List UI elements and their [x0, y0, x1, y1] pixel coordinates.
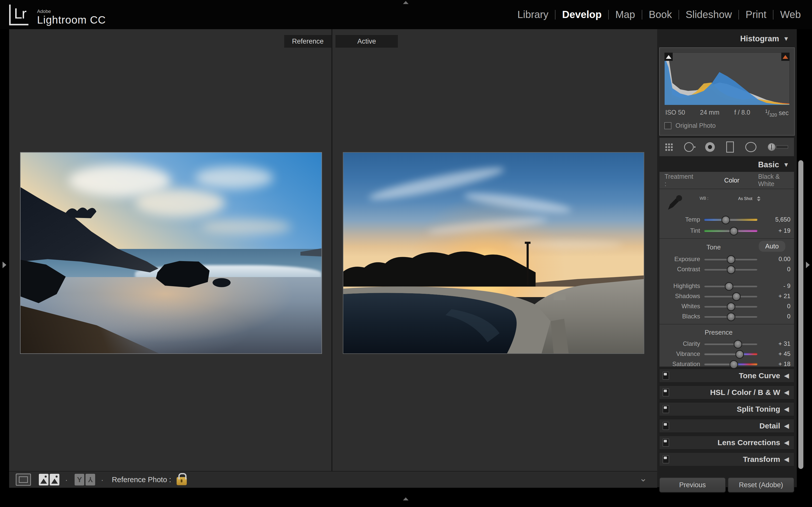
panel-toggle-switch[interactable] — [663, 372, 669, 380]
blacks-slider[interactable] — [704, 315, 757, 318]
show-filmstrip-arrow[interactable] — [403, 497, 409, 500]
module-library[interactable]: Library — [511, 9, 555, 20]
loupe-icon — [19, 476, 28, 483]
right-panel-scrollbar[interactable] — [798, 160, 803, 469]
show-left-panel-arrow[interactable] — [3, 262, 6, 268]
histogram-plot[interactable] — [664, 52, 790, 105]
tab-active[interactable]: Active — [336, 35, 398, 48]
panel-header-lens-corrections[interactable]: Lens Corrections◀ — [659, 436, 794, 449]
contrast-slider[interactable] — [704, 268, 757, 271]
adjustment-brush-icon[interactable] — [768, 143, 788, 151]
reference-photo-silhouettes — [20, 153, 321, 353]
panel-title: HSL / Color / B & W — [710, 388, 780, 397]
tint-slider-row: Tint + 19 — [659, 225, 794, 236]
temp-value[interactable]: 5,650 — [761, 216, 794, 223]
module-print[interactable]: Print — [739, 9, 773, 20]
temp-slider-thumb[interactable] — [721, 216, 730, 224]
panel-toggle-switch[interactable] — [663, 388, 669, 396]
highlight-clipping-indicator[interactable] — [781, 53, 790, 61]
tab-reference[interactable]: Reference — [284, 35, 332, 48]
clarity-value[interactable]: + 31 — [761, 340, 794, 347]
panel-header-detail[interactable]: Detail◀ — [659, 419, 794, 433]
lightroom-logo-icon: Lr — [9, 5, 29, 25]
whites-slider[interactable] — [704, 305, 757, 307]
previous-button[interactable]: Previous — [659, 477, 726, 493]
tint-value[interactable]: + 19 — [761, 227, 794, 234]
vibrance-value[interactable]: + 45 — [761, 350, 794, 357]
treatment-color-option[interactable]: Color — [724, 177, 740, 184]
module-web[interactable]: Web — [773, 9, 807, 20]
clarity-slider[interactable] — [704, 343, 757, 345]
highlights-slider[interactable] — [704, 285, 757, 287]
before-after-right-button[interactable]: Y — [86, 474, 95, 486]
panel-header-transform[interactable]: Transform◀ — [659, 452, 794, 466]
loupe-view-button[interactable] — [16, 473, 31, 486]
whites-value[interactable]: 0 — [761, 303, 794, 310]
shadows-value[interactable]: + 21 — [761, 292, 794, 300]
vibrance-slider-thumb[interactable] — [735, 350, 744, 359]
module-book[interactable]: Book — [642, 9, 678, 20]
panel-toggle-switch[interactable] — [663, 455, 669, 463]
panel-header-tone-curve[interactable]: Tone Curve◀ — [659, 369, 794, 383]
clarity-slider-thumb[interactable] — [733, 340, 742, 349]
hide-right-panel-arrow[interactable] — [806, 262, 810, 268]
exposure-slider[interactable] — [704, 258, 757, 260]
toolbar-separator-dot: · — [65, 475, 68, 485]
radial-filter-icon[interactable] — [745, 142, 756, 152]
blacks-slider-row: Blacks 0 — [659, 311, 794, 322]
spot-removal-icon[interactable] — [684, 142, 694, 152]
tint-slider-thumb[interactable] — [729, 227, 738, 235]
reference-photo[interactable] — [20, 153, 321, 353]
lock-icon[interactable] — [176, 477, 187, 485]
saturation-slider-thumb[interactable] — [729, 360, 738, 369]
before-after-left-button[interactable]: Y — [74, 474, 84, 486]
exposure-value[interactable]: 0.00 — [761, 256, 794, 263]
module-picker: Library Develop Map Book Slideshow Print… — [511, 0, 807, 29]
module-develop[interactable]: Develop — [555, 9, 608, 20]
saturation-slider[interactable] — [704, 363, 757, 365]
vibrance-slider[interactable] — [704, 353, 757, 355]
shadow-clipping-indicator[interactable] — [665, 53, 673, 61]
whites-slider-thumb[interactable] — [727, 302, 735, 311]
blacks-value[interactable]: 0 — [761, 313, 794, 320]
wb-preset-select[interactable]: As Shot — [738, 196, 760, 201]
contrast-value[interactable]: 0 — [761, 266, 794, 273]
tint-slider[interactable] — [704, 230, 757, 232]
presence-section-label: Presence — [705, 329, 732, 336]
exposure-label: Exposure — [659, 256, 704, 263]
highlights-slider-thumb[interactable] — [725, 282, 733, 291]
original-photo-checkbox[interactable] — [664, 122, 671, 129]
panel-header-split-toning[interactable]: Split Toning◀ — [659, 402, 794, 416]
highlights-value[interactable]: - 9 — [761, 282, 794, 289]
panel-header-hsl[interactable]: HSL / Color / B & W◀ — [659, 386, 794, 399]
reference-view-right-button[interactable] — [50, 474, 59, 486]
panel-toggle-switch[interactable] — [663, 422, 669, 430]
panel-toggle-switch[interactable] — [663, 439, 669, 447]
temp-slider[interactable] — [704, 219, 757, 221]
exposure-slider-thumb[interactable] — [727, 255, 735, 264]
panel-toggle-switch[interactable] — [663, 405, 669, 413]
shadows-slider[interactable] — [704, 295, 757, 297]
module-map[interactable]: Map — [609, 9, 642, 20]
red-eye-correction-icon[interactable] — [705, 142, 715, 152]
histogram-panel-header[interactable]: Histogram ▼ — [657, 32, 789, 45]
active-photo[interactable] — [343, 153, 644, 353]
basic-panel-header[interactable]: Basic ▼ — [657, 158, 789, 171]
hide-top-panel-arrow[interactable] — [403, 1, 409, 4]
exif-focal-length: 24 mm — [700, 109, 719, 118]
reference-view-left-button[interactable] — [39, 474, 48, 486]
treatment-bw-option[interactable]: Black & White — [758, 173, 794, 187]
auto-tone-button[interactable]: Auto — [759, 241, 785, 252]
graduated-filter-icon[interactable] — [726, 142, 734, 153]
toolbar-options-chevron[interactable]: ⌄ — [640, 473, 647, 484]
blacks-slider-thumb[interactable] — [727, 313, 735, 321]
crop-overlay-icon[interactable] — [665, 144, 673, 151]
saturation-label: Saturation — [659, 360, 704, 368]
reset-button[interactable]: Reset (Adobe) — [728, 477, 794, 493]
shadows-slider-thumb[interactable] — [732, 292, 741, 301]
white-balance-eyedropper-icon[interactable] — [665, 192, 685, 213]
module-slideshow[interactable]: Slideshow — [679, 9, 739, 20]
temp-label: Temp — [659, 216, 704, 223]
contrast-slider-thumb[interactable] — [727, 266, 735, 274]
saturation-value[interactable]: + 18 — [761, 360, 794, 368]
